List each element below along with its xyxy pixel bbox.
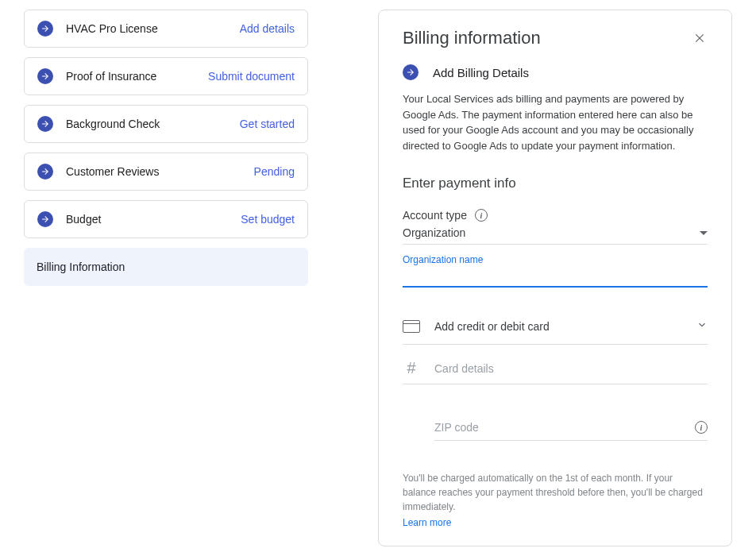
billing-panel: Billing information Add Billing Details … bbox=[378, 10, 732, 546]
org-name-label: Organization name bbox=[403, 254, 708, 265]
credit-card-icon bbox=[403, 320, 420, 333]
arrow-right-icon bbox=[403, 64, 418, 80]
billing-footnote: You'll be charged automatically on the 1… bbox=[403, 471, 708, 530]
step-background-check[interactable]: Background Check Get started bbox=[24, 105, 308, 143]
step-billing-information: Billing Information bbox=[24, 248, 308, 286]
zip-code-row[interactable]: ZIP code i bbox=[434, 407, 708, 441]
step-action-link[interactable]: Pending bbox=[254, 165, 295, 178]
panel-title: Billing information bbox=[403, 28, 541, 48]
panel-description: Your Local Services ads billing and paym… bbox=[403, 91, 708, 153]
card-details-placeholder: Card details bbox=[434, 362, 708, 375]
account-type-label-row: Account type i bbox=[403, 209, 708, 222]
step-customer-reviews[interactable]: Customer Reviews Pending bbox=[24, 153, 308, 191]
panel-subheader: Add Billing Details bbox=[433, 66, 529, 79]
step-label: Background Check bbox=[66, 118, 240, 130]
hash-icon: # bbox=[403, 359, 420, 377]
arrow-right-icon bbox=[37, 21, 53, 37]
step-label: Proof of Insurance bbox=[66, 70, 208, 83]
step-action-link[interactable]: Submit document bbox=[208, 70, 295, 83]
add-card-row[interactable]: Add credit or debit card bbox=[403, 308, 708, 345]
account-type-select[interactable]: Organization bbox=[403, 226, 708, 245]
steps-sidebar: HVAC Pro License Add details Proof of In… bbox=[24, 10, 308, 546]
close-button[interactable] bbox=[692, 30, 708, 46]
chevron-down-icon bbox=[696, 319, 708, 333]
info-icon[interactable]: i bbox=[695, 421, 708, 434]
arrow-right-icon bbox=[37, 211, 53, 227]
arrow-right-icon bbox=[37, 164, 53, 180]
footnote-text: You'll be charged automatically on the 1… bbox=[403, 473, 703, 512]
dropdown-caret-icon bbox=[700, 231, 708, 235]
arrow-right-icon bbox=[37, 68, 53, 84]
info-icon[interactable]: i bbox=[475, 209, 488, 222]
step-label: Customer Reviews bbox=[66, 165, 254, 178]
section-title: Enter payment info bbox=[403, 176, 708, 191]
step-label: Budget bbox=[66, 213, 241, 226]
step-action-link[interactable]: Get started bbox=[240, 118, 295, 130]
step-proof-insurance[interactable]: Proof of Insurance Submit document bbox=[24, 57, 308, 95]
zip-placeholder: ZIP code bbox=[434, 421, 681, 434]
add-card-label: Add credit or debit card bbox=[434, 320, 682, 333]
step-budget[interactable]: Budget Set budget bbox=[24, 200, 308, 238]
org-name-input[interactable] bbox=[403, 265, 708, 288]
account-type-value: Organization bbox=[403, 226, 465, 239]
step-action-link[interactable]: Set budget bbox=[241, 213, 295, 226]
step-label: Billing Information bbox=[37, 261, 295, 273]
card-details-row[interactable]: # Card details bbox=[403, 345, 708, 384]
arrow-right-icon bbox=[37, 116, 53, 132]
step-action-link[interactable]: Add details bbox=[240, 22, 295, 35]
learn-more-link[interactable]: Learn more bbox=[403, 515, 708, 530]
account-type-label: Account type bbox=[403, 209, 467, 222]
step-hvac-license[interactable]: HVAC Pro License Add details bbox=[24, 10, 308, 48]
step-label: HVAC Pro License bbox=[66, 22, 240, 35]
